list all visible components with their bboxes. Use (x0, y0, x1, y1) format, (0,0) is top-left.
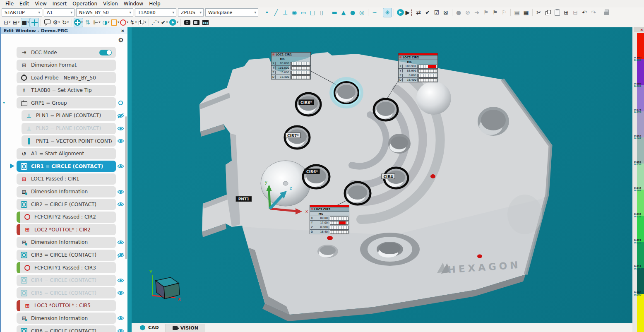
tab-cad[interactable]: CAD (133, 323, 166, 332)
edit-item-button-t1a0b0[interactable]: !T1A0B0 = Set Active Tip (17, 85, 116, 96)
circle-cir2[interactable] (374, 99, 398, 120)
cad-viewport[interactable]: HEXAGON CIR8* CIR7* CIR6* CIR4 PNT1 (132, 27, 632, 323)
hole-plain-a[interactable] (388, 134, 411, 154)
edit-item-button-a1[interactable]: ↺A1 = Start Alignment (17, 148, 116, 159)
cad-window-icon[interactable]: ▾ (111, 18, 119, 27)
nav-cube[interactable]: Y X (149, 270, 181, 301)
probe-file-dropdown[interactable]: NEW5_BY_50▾ (76, 8, 133, 17)
paste-pattern-icon[interactable]: ⊞ (562, 8, 570, 17)
report-pass-icon[interactable]: ☑ (433, 8, 441, 17)
feature-tag-cir6[interactable]: CIR6* (305, 169, 320, 174)
edit-window-titlebar[interactable]: Edit Window - Demo.PRG × (1, 27, 127, 34)
circle-feature-icon[interactable]: ◉ (290, 8, 298, 17)
close-icon[interactable]: × (640, 28, 643, 32)
probe-move-icon[interactable]: ▾ (74, 18, 83, 27)
alignment-dropdown[interactable]: STARTUP▾ (2, 8, 42, 17)
probe-path-icon[interactable]: ⋰▾ (151, 18, 159, 27)
bookmark-icon[interactable]: ⚑ (482, 8, 490, 17)
bookmark-clear-icon[interactable]: ⚐ (500, 8, 508, 17)
print-icon[interactable] (602, 8, 610, 17)
comment-icon[interactable] (43, 18, 51, 27)
edit-item-button-dimension[interactable]: ⊞Dimension Format (17, 60, 116, 71)
round-slot-feature-icon[interactable]: ▭ (299, 8, 308, 17)
undo-icon[interactable]: ↶ (580, 8, 589, 17)
graphic-tolerances-icon[interactable]: ▾ (120, 18, 128, 27)
eye-icon[interactable] (117, 328, 124, 332)
circle-cir6[interactable] (303, 165, 329, 188)
curve-feature-icon[interactable]: ~ (370, 8, 379, 17)
edit-window-icon[interactable]: ▤ (513, 8, 521, 17)
panel-scrollbar[interactable] (125, 116, 127, 259)
edit-item-button-dcc[interactable]: ⇥DCC Mode (17, 47, 116, 58)
rectangle-feature-icon[interactable]: ▯ (317, 8, 326, 17)
line-feature-icon[interactable]: ╱ (272, 8, 280, 17)
gear-icon[interactable]: ⚙ (118, 36, 124, 44)
pan-view-icon[interactable] (30, 18, 38, 27)
eye-icon[interactable] (117, 278, 124, 283)
eye-icon[interactable] (117, 138, 124, 144)
dcc-toggle[interactable] (99, 50, 112, 55)
probe-label-loc2-cir2[interactable]: ⊞LOC2 CIR2MSX108.991Y88.991Z0.000D16.400 (398, 53, 438, 82)
feature-tag-pnt1[interactable]: PNT1 (236, 196, 252, 202)
rotate-cube-view-icon[interactable]: ⊡▾ (3, 18, 11, 27)
counterbore-feature[interactable] (360, 233, 420, 266)
collision-check-icon[interactable]: ✔▾ (160, 18, 168, 27)
square-slot-feature-icon[interactable]: □ (308, 8, 317, 17)
sphere-feature-icon[interactable]: ● (348, 8, 357, 17)
snapshot-icon[interactable] (183, 18, 191, 27)
eye-icon[interactable] (117, 315, 124, 321)
close-icon[interactable]: × (121, 28, 125, 34)
eye-icon[interactable] (117, 290, 124, 296)
active-tip-dropdown[interactable]: T1A0B0▾ (135, 8, 176, 17)
edit-item-button-fcfcirty2[interactable]: FCFCIRTY2 Passed : CIR2 (17, 212, 116, 223)
hole-front[interactable] (317, 245, 338, 258)
eye-icon[interactable] (117, 164, 124, 169)
stop-disabled-icon[interactable]: ⊘ (464, 8, 472, 17)
report-window-icon[interactable]: ▦ (522, 8, 530, 17)
menu-operation[interactable]: Operation (70, 1, 100, 7)
copy-icon[interactable] (544, 8, 552, 17)
eye-slash-icon[interactable] (117, 113, 124, 118)
probe-toggles-icon[interactable]: ⇅ (84, 18, 92, 27)
loop-icon[interactable]: ⇄ (414, 8, 423, 17)
probe-label-loc1-cir1[interactable]: ⊞LOC1 CIR1MSX80.000Y101.000Z0.000D16.400 (271, 52, 311, 79)
menu-edit[interactable]: Edit (17, 1, 32, 7)
cone-feature-icon[interactable]: ▲ (339, 8, 348, 17)
circle-cir1-highlighted[interactable] (332, 79, 361, 106)
eye-slash-icon[interactable] (117, 253, 124, 258)
cylinder-feature-icon[interactable]: ▬ (330, 8, 339, 17)
edit-item-button-dimension[interactable]: ⊞Dimension Information (17, 186, 116, 197)
menu-view[interactable]: View (32, 1, 49, 7)
axis-dropdown[interactable]: A1▾ (44, 8, 74, 17)
view-sphere-icon[interactable]: ◑▾ (102, 18, 110, 27)
edit-item-button-loc3[interactable]: ⊞LOC3 *OUTTOL* : CIR5 (17, 300, 116, 311)
menu-insert[interactable]: Insert (50, 1, 70, 7)
view-direction-dropdown[interactable]: ZPLUS▾ (178, 8, 204, 17)
redo-icon[interactable]: ↷ (589, 8, 598, 17)
menu-file[interactable]: File (2, 1, 17, 7)
edit-item-button-pln2[interactable]: ⊥PLN2 = PLANE (CONTACT) (22, 123, 116, 134)
bookmark-add-icon[interactable]: ⚑ (491, 8, 499, 17)
edit-item-button-loc1[interactable]: ⊞LOC1 Passed : CIR1 (17, 173, 116, 185)
plane-feature-icon[interactable]: ⊥ (281, 8, 289, 17)
tab-vision[interactable]: VISION (166, 324, 205, 332)
edit-item-button-cir6[interactable]: CIR6 = CIRCLE (CONTACT) (17, 325, 116, 332)
edit-item-button-cir2[interactable]: CIR2 = CIRCLE (CONTACT) (17, 199, 116, 210)
cut-icon[interactable]: ✂ (535, 8, 543, 17)
calculator-icon[interactable]: ⊟ (571, 8, 579, 17)
readout-window-icon[interactable] (192, 18, 200, 27)
edit-item-button-cir5[interactable]: CIR5 = CIRCLE (CONTACT) (17, 287, 116, 298)
edit-item-button-load[interactable]: Load Probe - NEW5_BY_50 (17, 72, 116, 83)
solid-view-icon[interactable]: ■▾ (21, 18, 29, 27)
menu-vision[interactable]: Vision (100, 1, 121, 7)
edit-item-button-pln1[interactable]: ⊥PLN1 = PLANE (CONTACT) (22, 110, 116, 121)
eye-icon[interactable] (117, 202, 124, 207)
edit-item-button-cir1[interactable]: CIR1 = CIRCLE (CONTACT) (17, 161, 116, 172)
feature-tag-cir4[interactable]: CIR4 (382, 174, 395, 179)
analysis-window-icon[interactable] (201, 18, 209, 27)
report-fail-icon[interactable]: ⊠ (442, 8, 450, 17)
execute-from-cursor-icon[interactable]: ▶┆ (405, 8, 413, 17)
panel-divider[interactable] (127, 27, 132, 332)
point-feature-icon[interactable]: • (263, 8, 271, 17)
eye-outline-icon[interactable] (117, 100, 124, 106)
